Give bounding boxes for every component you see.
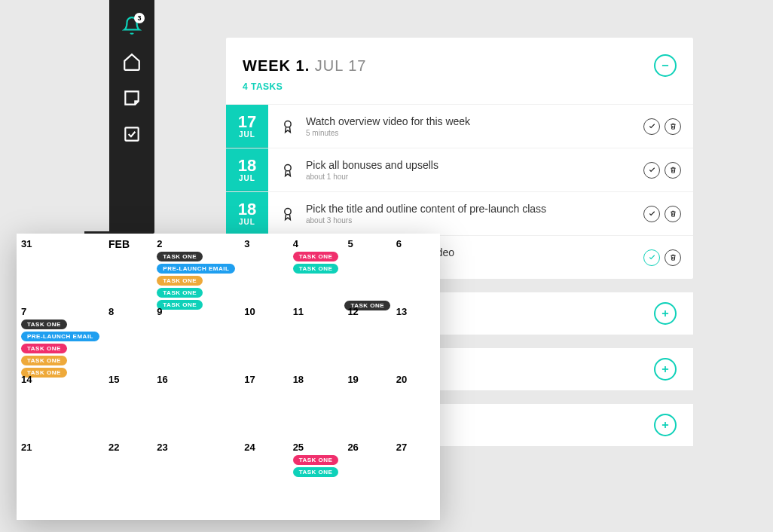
- calendar-cell[interactable]: 7TASK ONEPRE-LAUNCH EMAILTASK ONETASK ON…: [17, 301, 104, 369]
- calendar-event-pill[interactable]: TASK ONE: [21, 344, 67, 353]
- calendar-cell[interactable]: 18: [289, 369, 344, 437]
- delete-button[interactable]: [665, 206, 681, 222]
- calendar-cell[interactable]: 16: [152, 369, 240, 437]
- task-actions: [643, 118, 681, 135]
- calendar-day-number: 31: [21, 238, 99, 249]
- calendar-event-pill[interactable]: TASK ONE: [21, 320, 67, 329]
- calendar-cell[interactable]: 3: [240, 234, 288, 301]
- calendar-day-number: 9: [157, 306, 235, 317]
- calendar-cell[interactable]: 12: [343, 301, 391, 369]
- expand-button[interactable]: [654, 358, 677, 381]
- calendar-cell[interactable]: 13: [392, 301, 440, 369]
- task-day: 18: [238, 157, 256, 174]
- calendar-day-number: 6: [396, 238, 435, 249]
- calendar-event-pill[interactable]: TASK ONE: [293, 252, 339, 261]
- calendar-day-number: 18: [293, 374, 339, 385]
- calendar-cell[interactable]: 10: [240, 301, 288, 369]
- calendar-cell[interactable]: 4TASK ONETASK ONE: [289, 234, 344, 301]
- calendar-event-pill[interactable]: TASK ONE: [21, 356, 67, 365]
- calendar-cell[interactable]: 15: [104, 369, 152, 437]
- task-day: 18: [238, 201, 256, 218]
- notification-badge: 3: [134, 13, 145, 23]
- check-icon: [648, 253, 656, 261]
- calendar-cell[interactable]: 27: [392, 437, 440, 505]
- calendar-grid: 31FEB2TASK ONEPRE-LAUNCH EMAILTASK ONETA…: [17, 234, 440, 505]
- calendar-cell[interactable]: 26: [343, 437, 391, 505]
- calendar-day-number: 2: [157, 238, 235, 249]
- calendar-cell[interactable]: 17: [240, 369, 288, 437]
- complete-button[interactable]: [643, 249, 660, 266]
- delete-button[interactable]: [665, 118, 681, 135]
- calendar-event-pill[interactable]: TASK ONE: [157, 276, 203, 286]
- calendar-cell[interactable]: 19: [343, 369, 391, 437]
- task-title: Watch overview video for this week: [306, 115, 633, 127]
- calendar-cell[interactable]: 21: [17, 437, 104, 505]
- complete-button[interactable]: [643, 206, 660, 222]
- calendar-cell[interactable]: 6: [392, 234, 440, 301]
- calendar-event-pill[interactable]: PRE-LAUNCH EMAIL: [157, 264, 235, 274]
- calendar-cell[interactable]: 24: [240, 437, 288, 505]
- calendar-event-pill[interactable]: TASK ONE: [293, 467, 339, 477]
- calendar-day-number: 27: [396, 442, 435, 453]
- calendar-cell[interactable]: 9: [152, 301, 240, 369]
- calendar-cell[interactable]: 31: [17, 234, 104, 301]
- task-row: 18JULPick the title and outline content …: [226, 191, 693, 235]
- task-row: 18JULPick all bonuses and upsellsabout 1…: [226, 148, 693, 191]
- calendar-cell[interactable]: 23: [152, 437, 240, 505]
- task-title: Pick the title and outline content of pr…: [306, 203, 633, 215]
- calendar-day-number: 7: [21, 306, 99, 317]
- task-month: JUL: [239, 130, 255, 139]
- calendar-cell[interactable]: 11: [289, 301, 344, 369]
- check-icon: [648, 122, 656, 130]
- notifications-button[interactable]: 3: [121, 15, 142, 36]
- plus-icon: [660, 308, 671, 319]
- calendar-cell[interactable]: 25TASK ONETASK ONE: [289, 437, 344, 505]
- calendar-event-pill[interactable]: TASK ONE: [157, 288, 203, 298]
- week-header: WEEK 1. JUL 17: [226, 38, 693, 81]
- award-icon: [280, 163, 295, 178]
- plus-icon: [660, 420, 671, 430]
- calendar-day-number: 4: [293, 238, 339, 249]
- task-month: JUL: [239, 174, 255, 182]
- calendar-cell[interactable]: 20: [392, 369, 440, 437]
- minus-icon: [660, 60, 671, 71]
- complete-button[interactable]: [643, 118, 660, 135]
- check-square-icon: [122, 124, 142, 144]
- calendar-month-label: FEB: [108, 238, 148, 250]
- week-subtitle: 4 TASKS: [226, 81, 693, 104]
- tasks-button[interactable]: [121, 124, 142, 145]
- calendar-day-number: 26: [347, 442, 386, 453]
- calendar-cell[interactable]: FEB: [104, 234, 152, 301]
- task-title: Pick all bonuses and upsells: [306, 159, 633, 171]
- calendar-event-pill[interactable]: TASK ONE: [293, 455, 339, 465]
- home-button[interactable]: [121, 51, 142, 72]
- calendar-event-pill[interactable]: TASK ONE: [293, 264, 339, 274]
- notes-button[interactable]: [121, 87, 142, 109]
- delete-button[interactable]: [665, 249, 681, 266]
- delete-button[interactable]: [665, 162, 681, 179]
- calendar-day-number: 11: [293, 306, 339, 317]
- trash-icon: [669, 166, 677, 174]
- calendar-cell[interactable]: 5TASK ONE: [343, 234, 391, 301]
- complete-button[interactable]: [643, 162, 660, 179]
- calendar-day-number: 10: [244, 306, 283, 317]
- calendar-day-number: 16: [157, 374, 235, 385]
- task-duration: about 1 hour: [306, 173, 633, 181]
- sidebar: 3: [109, 0, 154, 234]
- task-date-chip: 17JUL: [226, 105, 268, 148]
- task-text: Watch overview video for this week5 minu…: [306, 115, 633, 137]
- collapse-button[interactable]: [654, 54, 677, 77]
- expand-button[interactable]: [654, 414, 677, 436]
- calendar-cell[interactable]: 8: [104, 301, 152, 369]
- calendar-day-number: 12: [347, 306, 386, 317]
- calendar-day-number: 23: [157, 442, 235, 453]
- calendar-cell[interactable]: 2TASK ONEPRE-LAUNCH EMAILTASK ONETASK ON…: [152, 234, 240, 301]
- task-actions: [643, 249, 681, 266]
- calendar-event-pill[interactable]: TASK ONE: [157, 252, 203, 261]
- calendar-cell[interactable]: 14: [17, 369, 104, 437]
- calendar-event-pill[interactable]: PRE-LAUNCH EMAIL: [21, 332, 99, 341]
- award-icon: [280, 119, 295, 134]
- trash-icon: [669, 253, 677, 261]
- calendar-cell[interactable]: 22: [104, 437, 152, 505]
- expand-button[interactable]: [654, 302, 677, 325]
